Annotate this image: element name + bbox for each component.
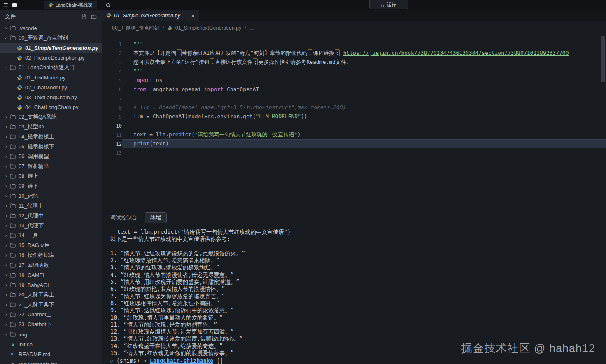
- tree-folder-item[interactable]: ›05_提示模板下: [0, 142, 102, 152]
- code-text: llm = ChatOpenAI(model=os.environ.get("L…: [122, 112, 606, 121]
- tree-folder-item[interactable]: ›02_文档QA系统: [0, 112, 102, 122]
- chevron-icon: ›: [3, 292, 9, 298]
- tree-folder-item[interactable]: ›07_解析输出: [0, 161, 102, 171]
- tree-file-item[interactable]: 01_TextModel.py: [0, 72, 102, 82]
- tree-item-label: README.md: [19, 351, 50, 357]
- tab-debug-console[interactable]: 调试控制台: [110, 214, 137, 222]
- terminal-line: 8. “红玫瑰相伴情人节,爱意永恒不凋谢。”: [110, 300, 606, 307]
- tree-file-item[interactable]: 02_PictureDescription.py: [0, 53, 102, 63]
- terminal[interactable]: text = llm.predict("请给我写一句情人节红玫瑰的中文宣传语")…: [102, 225, 606, 364]
- tree-folder-item[interactable]: ›12_代理中: [0, 211, 102, 221]
- tree-file-item[interactable]: 04_ChatLongChain.py: [0, 102, 102, 112]
- python-project-icon: [49, 2, 53, 8]
- tree-file-item[interactable]: 02_ChatModel.py: [0, 82, 102, 92]
- code-line[interactable]: 9llm = ChatOpenAI(model=os.environ.get("…: [102, 112, 606, 121]
- tree-folder-item[interactable]: ›17_回调函数: [0, 260, 102, 270]
- breadcrumb-file[interactable]: 01_SimpleTextGeneration.py: [175, 25, 242, 31]
- tree-item-label: 11_代理上: [19, 202, 43, 210]
- code-line[interactable]: 11text = llm.predict("请给我写一句情人节红玫瑰的中文宣传语…: [102, 130, 606, 139]
- terminal-line: [110, 243, 606, 250]
- code-line[interactable]: 7: [102, 94, 606, 103]
- new-file-icon[interactable]: [81, 14, 87, 19]
- folder-icon: [9, 65, 16, 70]
- tree-file-item[interactable]: 01_SimpleTextGeneration.py: [0, 43, 102, 53]
- terminal-line: 4. “红玫瑰,情人节的浪漫使者,传递无尽爱意。”: [110, 271, 606, 278]
- run-button[interactable]: ▷ 运行: [369, 0, 408, 9]
- workspace-badge[interactable]: LangChain-实战课: [44, 1, 97, 9]
- line-number: 5: [102, 77, 122, 84]
- tree-folder-item[interactable]: ›04_提示模板上: [0, 132, 102, 142]
- chevron-icon: ›: [3, 154, 9, 159]
- tree-folder-item[interactable]: ›15_RAG应用: [0, 240, 102, 250]
- line-number: 1: [102, 41, 122, 47]
- tree-item-label: img: [19, 331, 27, 338]
- chevron-icon: ›: [3, 243, 9, 248]
- code-line[interactable]: 6from langchain_openai import ChatOpenAI: [102, 85, 606, 94]
- new-folder-icon[interactable]: [91, 14, 97, 19]
- breadcrumb-folder[interactable]: 00_开篇词_奇点时刻: [112, 25, 159, 32]
- folder-icon: [9, 233, 16, 238]
- tree-item-label: 05_提示模板下: [19, 143, 54, 150]
- tree-folder-item[interactable]: ›14_工具: [0, 231, 102, 240]
- line-number: 4: [102, 68, 122, 75]
- tree-folder-item[interactable]: ›18_CAMEL: [0, 270, 102, 280]
- tree-folder-item[interactable]: ›01_LangChain快速入门: [0, 63, 102, 72]
- editor-scrollbar[interactable]: [601, 36, 605, 82]
- tree-item-label: 10_记忆: [19, 192, 38, 200]
- tree-folder-item[interactable]: ›13_代理下: [0, 221, 102, 231]
- tree-folder-item[interactable]: ›19_BabyAGI: [0, 280, 102, 290]
- close-icon[interactable]: ×: [191, 13, 195, 19]
- code-text: 您可以点击最上方的“运行”按钮,直接运行该文件;更多操作指引请参考Readme.…: [122, 58, 606, 67]
- tree-file-item[interactable]: ≣requirements.txt: [0, 359, 102, 364]
- terminal-prompt: ○ (shims) ➜ LangChain-shizhanke []: [110, 357, 606, 364]
- tree-folder-item[interactable]: ›03_模型IO: [0, 122, 102, 132]
- code-text: import os: [122, 76, 606, 85]
- breadcrumb-more[interactable]: ...: [249, 25, 254, 31]
- tree-folder-item[interactable]: ›16_操作数据库: [0, 250, 102, 260]
- tree-folder-item[interactable]: ›21_人脉工具下: [0, 300, 102, 310]
- folder-icon: [9, 292, 16, 297]
- tree-folder-item[interactable]: ›08_链上: [0, 171, 102, 181]
- prompt-status-icon: ○: [110, 357, 113, 364]
- tree-folder-item[interactable]: ›09_链下: [0, 181, 102, 191]
- tree-folder-item[interactable]: ›10_记忆: [0, 191, 102, 201]
- tree-file-item[interactable]: $init.sh: [0, 339, 102, 349]
- chevron-icon: ›: [3, 312, 9, 317]
- tree-folder-item[interactable]: ›.vscode: [0, 23, 102, 33]
- tree-folder-item[interactable]: ›06_调用模型: [0, 152, 102, 161]
- code-line[interactable]: 1""": [102, 40, 606, 49]
- code-line[interactable]: 10: [102, 121, 606, 130]
- code-area[interactable]: 1"""2本文件是【开篇词|带你亲证AI应用开发的“奇点”时刻】章节的配套代码,…: [102, 35, 606, 210]
- code-line[interactable]: 13: [102, 148, 606, 157]
- code-line[interactable]: 2本文件是【开篇词|带你亲证AI应用开发的“奇点”时刻】章节的配套代码,课程链接…: [102, 49, 606, 58]
- tree-item-label: 08_链上: [19, 173, 38, 180]
- tab-terminal[interactable]: 终端: [145, 212, 167, 223]
- folder-icon: [9, 243, 16, 248]
- tab-simple-text-generation[interactable]: 01_SimpleTextGeneration.py ×: [102, 10, 199, 21]
- code-line[interactable]: 12print(text): [102, 139, 606, 148]
- code-line[interactable]: 4""": [102, 67, 606, 76]
- tree-folder-item[interactable]: ›20_人脉工具上: [0, 290, 102, 300]
- code-line[interactable]: 5import os: [102, 76, 606, 85]
- terminal-line: 15. “情人节,红玫瑰见证你们的浪漫爱情故事。”: [110, 350, 606, 357]
- tab-title: 01_SimpleTextGeneration.py: [114, 13, 188, 19]
- tree-folder-item[interactable]: ›11_代理上: [0, 201, 102, 211]
- terminal-line: 以下是一些情人节红玫瑰的中文宣传语供你参考:: [110, 236, 606, 243]
- code-line[interactable]: 8# llm = OpenAI(model_name="gpt-3.5-turb…: [102, 103, 606, 112]
- tree-file-item[interactable]: M↓README.md: [0, 349, 102, 359]
- py-file-icon: [16, 95, 23, 100]
- breadcrumb-separator: /: [245, 25, 246, 31]
- folder-icon: [9, 26, 16, 30]
- search-icon[interactable]: [105, 2, 111, 8]
- tree-item-label: 01_TextModel.py: [25, 75, 65, 81]
- tree-folder-item[interactable]: ›img: [0, 329, 102, 339]
- tree-folder-item[interactable]: ›23_Chatbot下: [0, 320, 102, 329]
- menu-icon[interactable]: ☰: [3, 2, 8, 8]
- tree-folder-item[interactable]: ›22_Chatbot上: [0, 310, 102, 320]
- chevron-icon: ›: [3, 183, 9, 189]
- code-line[interactable]: 3您可以点击最上方的“运行”按钮,直接运行该文件;更多操作指引请参考Readme…: [102, 58, 606, 67]
- chevron-icon: ›: [3, 35, 9, 41]
- chevron-icon: ›: [3, 144, 9, 149]
- tree-folder-item[interactable]: ›00_开篇词_奇点时刻: [0, 33, 102, 43]
- tree-file-item[interactable]: 03_TextLangChain.py: [0, 92, 102, 102]
